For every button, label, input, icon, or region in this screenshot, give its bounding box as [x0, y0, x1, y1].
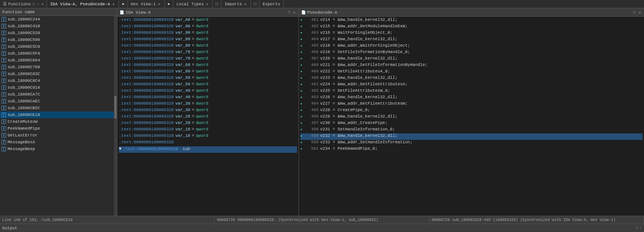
- pseudo-line-number: 485: [305, 43, 319, 48]
- pseudo-line-number: 496: [305, 114, 319, 119]
- tab-exports[interactable]: Exports: [260, 0, 283, 8]
- ida-type: dword: [196, 121, 208, 125]
- ida-arrow: ▼: [119, 146, 121, 152]
- ida-pseudo-tab-close[interactable]: ✕: [112, 2, 115, 6]
- ida-variable: var_98: [175, 24, 190, 28]
- functions-scroll-area: fsub_18000C244fsub_18000C410fsub_18000C5…: [0, 16, 117, 216]
- tab-circle-1[interactable]: ●: [119, 0, 128, 8]
- pseudo-dot-indicator: ●: [300, 31, 303, 34]
- ida-type: qword: [196, 127, 208, 132]
- function-list-item[interactable]: fMessageBoxA: [0, 139, 114, 146]
- bottom-status-pseudo: 00008728 sub_180093328:499 (180093328) (…: [429, 216, 644, 224]
- main-area: Function name fsub_18000C244fsub_18000C4…: [0, 8, 644, 216]
- functions-scroll-thumb[interactable]: [114, 96, 117, 119]
- func-item-name: sub_18000C664: [8, 58, 40, 63]
- pseudo-code-text: v222 = GetFileAttributesA_0;: [320, 69, 390, 74]
- hex-view-tab-close[interactable]: ✕: [157, 2, 161, 6]
- function-list-item[interactable]: fsub_18000C5C0: [0, 43, 114, 50]
- ida-view-restore[interactable]: □: [287, 10, 291, 15]
- ida-view-close[interactable]: ✕: [292, 10, 296, 15]
- ida-type: dword: [196, 24, 208, 28]
- ida-address: .text:0000000180009328: [119, 63, 174, 67]
- pseudo-code-line: ● 484 v217 = &mw_handle_kernel32_dll;: [300, 37, 642, 43]
- function-list-item[interactable]: fCreateMutexW: [0, 118, 114, 125]
- ida-view-line: .text:0000000180009328 var_70=qword: [119, 56, 297, 63]
- functions-scrollbar[interactable]: [114, 16, 117, 216]
- tab-functions[interactable]: ☰ Functions □ ─ ✕: [0, 0, 47, 8]
- pseudocode-restore[interactable]: □: [633, 10, 636, 15]
- output-restore-icon[interactable]: □: [636, 226, 638, 230]
- function-list-item[interactable]: fsub_18000C8C4: [0, 77, 114, 84]
- output-bar: Output □ ↑: [0, 224, 644, 232]
- output-expand-icon[interactable]: ↑: [639, 226, 642, 230]
- function-list-item[interactable]: fPeekNamedPipe: [0, 125, 114, 132]
- function-list-item[interactable]: fsub_18000C410: [0, 23, 114, 30]
- pseudo-code-text: v229 = &mw_handle_kernel32_dll;: [320, 114, 398, 119]
- pseudo-line-number: 498: [305, 127, 319, 132]
- function-list-item[interactable]: fsub_18000CE10: [0, 111, 114, 118]
- ida-view-line: .text:0000000180009328 var_58=qword: [119, 75, 297, 82]
- pseudo-line-number: 499: [305, 133, 319, 138]
- pseudo-code-line: ● 496 v229 = &mw_handle_kernel32_dll;: [300, 114, 642, 121]
- func-type-icon: f: [2, 126, 6, 131]
- ida-pseudo-tab-label: IDA View-A, Pseudocode-A: [50, 2, 110, 6]
- pseudo-code-text: v214 = &mw_handle_kernel32_dll;: [320, 17, 398, 22]
- tab-ida-pseudo[interactable]: IDA View-A, Pseudocode-A ✕: [47, 0, 118, 8]
- pseudo-line-number: 500: [305, 140, 319, 144]
- pseudo-line-number: 495: [305, 108, 319, 112]
- function-list-item[interactable]: fMessageBeep: [0, 146, 114, 152]
- tab-square-1[interactable]: □: [213, 0, 222, 8]
- func-item-name: sub_18000C520: [8, 31, 40, 35]
- function-list-item[interactable]: fGetLastError: [0, 132, 114, 139]
- function-list-item[interactable]: fsub_18000C244: [0, 16, 114, 23]
- ida-view-line: .text:0000000180009328 var_68=dword: [119, 63, 297, 69]
- ida-equals: =: [192, 63, 194, 67]
- tab-hex-view[interactable]: Hex View-1 ✕: [128, 0, 165, 8]
- functions-tab-ctrl[interactable]: □ ─ ✕: [32, 2, 44, 6]
- func-type-icon: f: [2, 106, 6, 110]
- functions-list[interactable]: fsub_18000C244fsub_18000C410fsub_18000C5…: [0, 16, 114, 216]
- ida-view-line: .text:0000000180009328: [119, 140, 297, 146]
- ida-variable: var_88: [175, 37, 190, 41]
- pseudo-line-number: 486: [305, 50, 319, 54]
- function-list-item[interactable]: fsub_18000C83C: [0, 71, 114, 77]
- tab-square-2[interactable]: □: [251, 0, 260, 8]
- func-type-icon: f: [2, 133, 6, 138]
- pseudo-code-line: ● 490 v223 = &mw_handle_kernel32_dll;: [300, 75, 642, 82]
- ida-equals: =: [192, 75, 194, 80]
- pseudo-line-number: 481: [305, 17, 319, 22]
- ida-view-line: .text:0000000180009328 var_50=dword: [119, 82, 297, 88]
- local-types-tab-close[interactable]: ✕: [205, 2, 209, 6]
- tab-circle-2[interactable]: ●: [165, 0, 174, 8]
- ida-type: qword: [196, 69, 208, 74]
- func-item-name: sub_18000CB5C: [8, 106, 40, 110]
- function-list-item[interactable]: fsub_18000CA7C: [0, 91, 114, 98]
- ida-view-content[interactable]: .text:0000000180009328 var_A0=qword.text…: [117, 17, 299, 216]
- pseudo-code-text: v221 = &mw_addr_SetFileInformationByHand…: [320, 63, 428, 67]
- function-list-item[interactable]: fsub_18000C5F8: [0, 50, 114, 57]
- pseudo-code-line: ● 483 v216 = WaitForSingleObject_0;: [300, 30, 642, 37]
- ida-variable: var_40: [175, 95, 190, 99]
- pseudo-code-text: v233 = &mw_addr_SetHandleInformation;: [320, 140, 412, 144]
- function-list-item[interactable]: fsub_18000C590: [0, 36, 114, 43]
- func-item-name: sub_18000C5C0: [8, 44, 40, 49]
- function-list-item[interactable]: fsub_18000C708: [0, 64, 114, 71]
- ida-address: .text:0000000180009328: [119, 82, 174, 86]
- pseudo-code-line: ● 486 v219 = SetFileInformationByHandle_…: [300, 50, 642, 56]
- tab-local-types[interactable]: Local Types ✕: [173, 0, 213, 8]
- pseudocode-content[interactable]: ● 481 v214 = &mw_handle_kernel32_dll; ● …: [299, 17, 644, 216]
- function-list-item[interactable]: fsub_18000C520: [0, 30, 114, 36]
- function-list-item[interactable]: fsub_18000CB5C: [0, 105, 114, 111]
- pseudocode-close[interactable]: ✕: [638, 10, 642, 15]
- function-list-item[interactable]: fsub_18000C664: [0, 57, 114, 64]
- imports-tab-close[interactable]: ✕: [244, 2, 247, 6]
- ida-type: dword: [196, 63, 208, 67]
- function-list-item[interactable]: fsub_18000C918: [0, 84, 114, 91]
- tab-imports[interactable]: Imports ✕: [221, 0, 250, 8]
- pseudo-line-number: 491: [305, 82, 319, 86]
- function-list-item[interactable]: fsub_18000CAEC: [0, 98, 114, 105]
- ida-equals: =: [192, 56, 194, 61]
- ida-view-line: .text:0000000180009328 var_18=qword: [119, 127, 297, 133]
- ida-address: .text:0000000180009328: [119, 140, 174, 144]
- ida-view-line: .text:0000000180009328 var_78=qword: [119, 50, 297, 56]
